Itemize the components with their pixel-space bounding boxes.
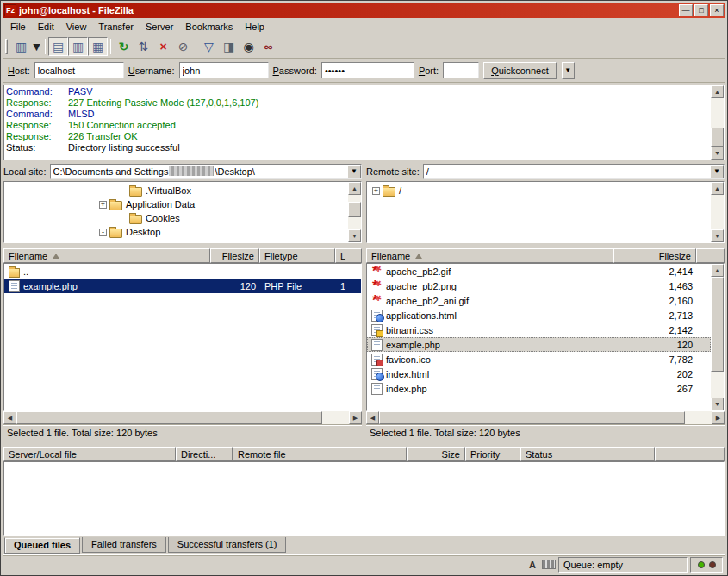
file-row[interactable]: apache_pb2.png1,463 [367,279,711,293]
scrollbar-thumb[interactable] [348,202,361,217]
file-row[interactable]: apache_pb2_ani.gif2,160 [367,293,711,308]
tab-queued-files[interactable]: Queued files [4,537,80,554]
queue-column-priority[interactable]: Priority [465,447,520,461]
find-files-button[interactable]: ◉ [239,37,258,56]
file-row[interactable]: apache_pb2.gif2,414 [367,264,711,279]
menu-bookmarks[interactable]: Bookmarks [179,20,239,34]
host-input[interactable] [34,62,124,78]
queue-column-remote-file[interactable]: Remote file [233,447,407,461]
local-site-combobox[interactable]: C:\Documents and Settings\Desktop\ ▼ [50,164,362,179]
port-input[interactable] [443,62,479,78]
tree-item-virtualbox[interactable]: .VirtualBox [4,184,348,197]
password-input[interactable] [321,62,414,78]
minimize-button[interactable]: — [679,4,693,16]
scrollbar-track[interactable] [711,195,724,229]
scrollbar-thumb[interactable] [16,411,322,424]
scroll-left-icon[interactable]: ◀ [366,411,379,424]
file-row[interactable]: bitnami.css2,142 [367,322,711,337]
scrollbar-track[interactable] [711,277,724,398]
file-row-selected[interactable]: example.php120 [367,337,711,352]
remote-site-combobox[interactable]: / ▼ [423,164,725,179]
tree-item-application-data[interactable]: Application Data [4,197,348,211]
queue-column-direction[interactable]: Directi... [176,447,233,461]
scrollbar-track[interactable] [348,195,361,229]
menu-server[interactable]: Server [140,20,179,34]
column-header-last-modified[interactable]: L [335,248,362,263]
tree-expander[interactable] [99,229,107,236]
column-header-filesize[interactable]: Filesize [613,248,696,263]
tab-successful-transfers[interactable]: Successful transfers (1) [168,537,287,553]
local-site-dropdown-button[interactable]: ▼ [347,165,361,178]
tree-item-cookies[interactable]: Cookies [4,211,348,225]
directory-comparison-button[interactable]: ◨ [219,37,239,56]
queue-column-server-local-file[interactable]: Server/Local file [3,447,176,461]
remote-list-scrollbar[interactable]: ▲ ▼ [711,264,724,410]
cancel-button[interactable]: × [153,37,173,56]
scroll-down-icon[interactable]: ▼ [348,229,361,242]
menu-help[interactable]: Help [239,20,271,34]
scrollbar-thumb[interactable] [379,411,685,424]
menu-transfer[interactable]: Transfer [92,20,140,34]
filter-button[interactable]: ▽ [199,37,219,56]
column-header-filename[interactable]: Filename [366,248,613,263]
file-row-example-php[interactable]: example.php 120 PHP File 1 [4,279,361,293]
column-header-filetype[interactable]: Filetype [259,248,335,263]
menu-view[interactable]: View [60,20,93,34]
remote-horizontal-scrollbar[interactable]: ◀ ▶ [366,411,725,424]
scrollbar-track[interactable] [16,411,349,424]
ascii-indicator-icon[interactable]: A [526,559,539,571]
keypad-icon[interactable] [542,560,556,569]
file-row[interactable]: index.php267 [367,381,711,396]
toggle-transfer-queue-button[interactable]: ▦ [88,37,108,56]
scroll-up-icon[interactable]: ▲ [711,264,724,277]
username-input[interactable] [179,62,269,78]
toggle-directory-trees-button[interactable]: ▥ [68,37,88,56]
tree-item-desktop[interactable]: Desktop [4,225,348,239]
process-queue-button[interactable]: ⇅ [134,37,153,56]
scrollbar-track[interactable] [711,98,724,147]
site-manager-dropdown-button[interactable]: ▼ [31,37,42,56]
remote-tree-scrollbar[interactable]: ▲ ▼ [711,182,724,242]
refresh-button[interactable]: ↻ [114,37,134,56]
site-manager-button[interactable]: ▥ [11,37,31,56]
disconnect-button[interactable]: ⊘ [173,37,193,56]
tree-expander[interactable] [99,201,107,209]
file-row[interactable]: favicon.ico7,782 [367,352,711,366]
scroll-up-icon[interactable]: ▲ [711,182,724,195]
scroll-down-icon[interactable]: ▼ [711,147,724,160]
scrollbar-track[interactable] [379,411,712,424]
horizontal-splitter[interactable] [3,441,725,447]
toolbar-grip[interactable] [5,39,8,54]
scroll-right-icon[interactable]: ▶ [349,411,362,424]
log-scrollbar[interactable]: ▲ ▼ [711,85,724,160]
close-button[interactable]: × [710,4,724,16]
remote-site-dropdown-button[interactable]: ▼ [710,165,724,178]
file-row[interactable]: index.html202 [367,366,711,381]
menu-edit[interactable]: Edit [32,20,60,34]
tab-failed-transfers[interactable]: Failed transfers [82,537,166,553]
scrollbar-thumb[interactable] [711,277,724,372]
scroll-left-icon[interactable]: ◀ [3,411,16,424]
quickconnect-button[interactable]: Quickconnect [483,62,557,79]
local-tree-scrollbar[interactable]: ▲ ▼ [348,182,361,242]
column-header-filesize[interactable]: Filesize [210,248,259,263]
tree-expander[interactable] [372,187,380,195]
scroll-right-icon[interactable]: ▶ [712,411,725,424]
file-row[interactable]: applications.html2,713 [367,308,711,322]
column-header-filename[interactable]: Filename [3,248,210,263]
maximize-button[interactable]: □ [694,4,708,16]
speed-limits-button[interactable]: ∞ [258,37,278,56]
scroll-down-icon[interactable]: ▼ [711,229,724,242]
scroll-down-icon[interactable]: ▼ [711,398,724,410]
scroll-up-icon[interactable]: ▲ [348,182,361,195]
tree-item-root[interactable]: / [367,184,711,197]
queue-column-status[interactable]: Status [520,447,655,461]
scroll-up-icon[interactable]: ▲ [711,85,724,98]
queue-column-size[interactable]: Size [407,447,465,461]
menu-file[interactable]: File [4,20,32,34]
toggle-message-log-button[interactable]: ▤ [48,37,68,56]
file-row-parent-dir[interactable]: .. [4,264,361,279]
scrollbar-thumb[interactable] [711,128,724,147]
local-horizontal-scrollbar[interactable]: ◀ ▶ [3,411,362,424]
column-header-filler[interactable] [696,248,725,263]
